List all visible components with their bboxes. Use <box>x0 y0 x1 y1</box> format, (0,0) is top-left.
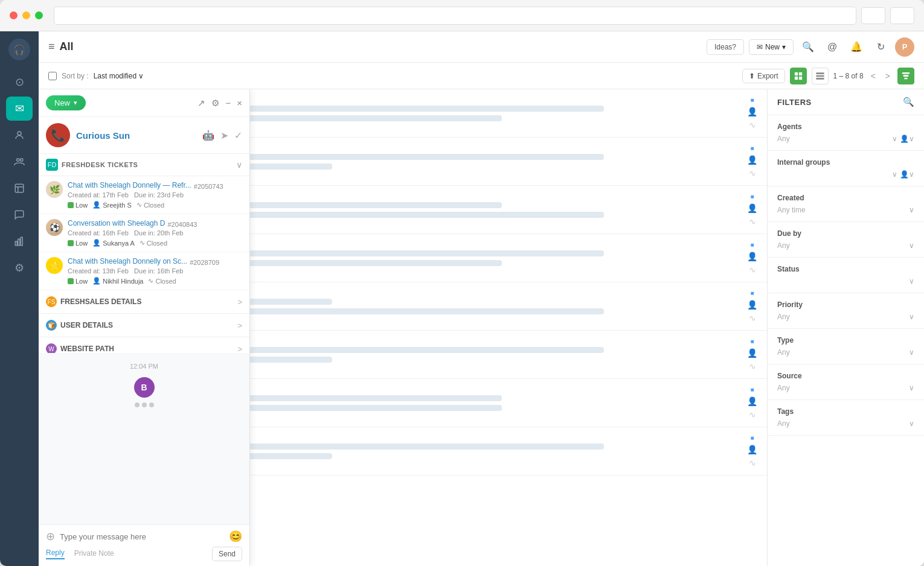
website-path-chevron: > <box>237 345 242 354</box>
select-all-checkbox[interactable] <box>48 72 57 80</box>
ideas-button[interactable]: Ideas? <box>707 39 744 55</box>
search-button[interactable]: 🔍 <box>798 37 818 57</box>
svg-point-1 <box>17 159 20 162</box>
ticket-1-id: #2050743 <box>194 183 223 190</box>
send-button[interactable]: Send <box>212 547 242 561</box>
chat-messages: 12:04 PM B <box>39 353 249 524</box>
filters-panel: FILTERS 🔍 Agents Any ∨ 👤∨ <box>767 89 924 566</box>
message-time: 12:04 PM <box>46 363 242 370</box>
notifications-button[interactable]: 🔔 <box>847 37 866 57</box>
avatar[interactable]: P <box>895 37 914 57</box>
svg-rect-7 <box>18 239 20 246</box>
emoji-icon[interactable]: 😊 <box>229 530 242 543</box>
filter-agents-select[interactable]: Any ∨ 👤∨ <box>777 135 914 143</box>
sidebar-item-solutions[interactable] <box>6 176 33 200</box>
ticket-2-link[interactable]: Conversation with Sheelagh D <box>68 219 165 227</box>
freshsales-icon: FS <box>46 296 57 307</box>
filter-source-value: Any <box>777 384 790 392</box>
ticket-item-2[interactable]: ⚽ Conversation with Sheelagh D #2040843 … <box>39 214 249 252</box>
close-icon[interactable]: × <box>237 98 242 108</box>
assign-icon[interactable]: ➤ <box>220 130 228 141</box>
settings-icon[interactable]: ⚙ <box>211 98 219 109</box>
svg-rect-18 <box>904 77 907 79</box>
freshdesk-tickets-header[interactable]: FD FRESHDESK TICKETS ∨ <box>39 154 249 176</box>
url-bar[interactable] <box>54 7 856 25</box>
filter-status-select[interactable]: ∨ <box>777 277 914 285</box>
filter-type-select[interactable]: Any ∨ <box>777 348 914 357</box>
filter-priority-label: Priority <box>777 300 914 309</box>
mentions-button[interactable]: @ <box>823 37 842 57</box>
filter-priority-select[interactable]: Any ∨ <box>777 313 914 321</box>
website-path-icon: W <box>46 343 57 353</box>
sidebar-item-analytics[interactable] <box>6 229 33 253</box>
ticket-item-3[interactable]: 🌟 Chat with Sheelagh Donnelly on Sc... #… <box>39 252 249 290</box>
user-details-icon: 🍞 <box>46 320 57 331</box>
export-button[interactable]: ⬆ Export <box>742 69 785 83</box>
new-button[interactable]: ✉ New ▾ <box>749 39 794 55</box>
filter-created-select[interactable]: Any time ∨ <box>777 206 914 214</box>
website-path-section[interactable]: W WEBSITE PATH > <box>39 337 249 353</box>
ticket-1-link[interactable]: Chat with Sheelagh Donnelly — Refr... <box>68 181 191 189</box>
filter-search-icon[interactable]: 🔍 <box>903 97 914 107</box>
filter-agents-label: Agents <box>777 122 914 131</box>
contact-name: Curious Sun <box>76 130 196 141</box>
sidebar-item-chat[interactable] <box>6 203 33 227</box>
nav-forward[interactable] <box>890 7 914 24</box>
filter-tags-select[interactable]: Any ∨ <box>777 419 914 428</box>
next-page-button[interactable]: > <box>883 70 893 82</box>
chat-input-area: ⊕ 😊 Reply Private Note Send <box>39 524 249 566</box>
message-input[interactable] <box>60 532 224 541</box>
filter-source: Source Any ∨ <box>768 364 924 400</box>
freshsales-chevron: > <box>237 297 242 307</box>
grid-view-button[interactable] <box>790 68 807 84</box>
maximize-button[interactable] <box>35 11 43 19</box>
user-details-chevron: > <box>237 321 242 330</box>
filter-status: Status ∨ <box>768 258 924 293</box>
list-view-button[interactable] <box>812 68 829 84</box>
ticket-item-1[interactable]: 🌿 Chat with Sheelagh Donnelly — Refr... … <box>39 176 249 214</box>
filter-due-value: Any <box>777 241 790 250</box>
resolve-icon[interactable]: ✓ <box>234 130 242 141</box>
filter-source-select[interactable]: Any ∨ <box>777 384 914 392</box>
filter-source-label: Source <box>777 372 914 380</box>
contact-avatar: 📞 <box>46 123 70 147</box>
nav-back[interactable] <box>861 7 885 24</box>
status-dropdown[interactable]: New <box>46 95 86 110</box>
svg-rect-8 <box>21 237 22 246</box>
external-link-icon[interactable]: ↗ <box>197 98 205 109</box>
sidebar-item-tickets[interactable]: ✉ <box>6 97 33 121</box>
sort-dropdown[interactable]: Last modified ∨ <box>94 72 144 80</box>
ticket-2-meta: Created at: 16th Feb Due in: 20th Feb <box>68 229 242 237</box>
svg-point-0 <box>18 132 21 135</box>
prev-page-button[interactable]: < <box>868 70 878 82</box>
tab-private-note[interactable]: Private Note <box>74 549 114 559</box>
minimize-icon[interactable]: − <box>225 98 231 108</box>
sidebar-item-dashboard[interactable]: ⊙ <box>6 70 33 94</box>
sidebar-item-contacts[interactable] <box>6 123 33 147</box>
filter-due-select[interactable]: Any ∨ <box>777 241 914 250</box>
ticket-3-link[interactable]: Chat with Sheelagh Donnelly on Sc... <box>68 257 187 266</box>
close-button[interactable] <box>10 11 18 19</box>
user-details-section[interactable]: 🍞 USER DETAILS > <box>39 314 249 337</box>
filter-created-label: Created <box>777 194 914 202</box>
filter-view-button[interactable] <box>897 68 914 84</box>
svg-point-2 <box>21 159 24 162</box>
svg-rect-13 <box>816 72 823 74</box>
add-attachment-icon[interactable]: ⊕ <box>46 530 55 543</box>
filter-priority-value: Any <box>777 313 790 321</box>
filter-agents-value: Any <box>777 135 790 143</box>
minimize-button[interactable] <box>22 11 30 19</box>
hamburger-icon[interactable]: ≡ <box>48 40 55 53</box>
filter-internal-groups: Internal groups ∨ 👤∨ <box>768 151 924 186</box>
bot-action-icon[interactable]: 🤖 <box>202 130 214 141</box>
ticket-1-meta: Created at: 17th Feb Due in: 23rd Feb <box>68 191 242 199</box>
sort-by-label: Sort by : <box>62 72 89 80</box>
sidebar-item-groups[interactable] <box>6 150 33 174</box>
ticket-section: FD FRESHDESK TICKETS ∨ 🌿 Chat with Sheel… <box>39 154 249 353</box>
sidebar-item-settings[interactable]: ⚙ <box>6 256 33 280</box>
tab-reply[interactable]: Reply <box>46 549 65 559</box>
freshsales-section[interactable]: FS FRESHSALES DETAILS > <box>39 290 249 314</box>
filter-groups-select[interactable]: ∨ 👤∨ <box>777 170 914 179</box>
ticket-2-id: #2040843 <box>167 221 197 228</box>
refresh-button[interactable]: ↻ <box>871 37 890 57</box>
